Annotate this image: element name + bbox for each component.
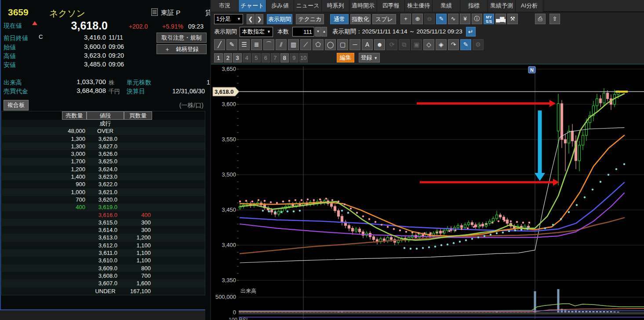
- wrench-icon[interactable]: ⚒: [507, 14, 518, 24]
- order-book-row[interactable]: 48,000OVER: [2, 127, 205, 135]
- order-book-row[interactable]: 1,4003,623.0: [2, 173, 205, 180]
- toolbar-button-テクニカル[interactable]: テクニカル: [296, 14, 324, 24]
- crosshair-icon[interactable]: +: [400, 14, 411, 24]
- draw-pencil-icon[interactable]: ✎: [436, 14, 447, 24]
- timeframe-select[interactable]: 1分足▼: [214, 14, 243, 24]
- chart-canvas[interactable]: 3,6503,6003,5503,5003,4503,4003,350出来高50…: [211, 65, 644, 320]
- speed-lines-icon[interactable]: ⟋: [300, 39, 311, 50]
- tab-四季報[interactable]: 四季報: [377, 0, 405, 12]
- text-tool-icon[interactable]: A: [362, 39, 373, 50]
- tab-歩み値[interactable]: 歩み値: [266, 0, 294, 12]
- undo-draw-icon[interactable]: ↷: [448, 39, 459, 50]
- order-book-row[interactable]: 1,7003,625.0: [2, 158, 205, 165]
- preset-button-10[interactable]: 10: [299, 53, 308, 63]
- order-book-row[interactable]: 3,608.0700: [2, 272, 205, 280]
- order-book-row[interactable]: 3,611.01,100: [2, 249, 205, 257]
- export-icon[interactable]: ⇧: [549, 14, 560, 24]
- preset-button-6[interactable]: 6: [262, 53, 270, 63]
- lower-band-dots: [568, 211, 570, 213]
- volume-bar: [411, 312, 414, 313]
- tab-ニュース[interactable]: ニュース: [294, 0, 322, 12]
- mountain-chart-icon[interactable]: ▄▆▄: [495, 14, 506, 24]
- order-book-row[interactable]: 1,0003,621.0: [2, 188, 205, 196]
- fib-lines-icon[interactable]: ☰: [239, 39, 250, 50]
- next-button[interactable]: ❯: [255, 14, 263, 24]
- order-book-row[interactable]: 3,613.01,200: [2, 234, 205, 241]
- pencil-tool-icon[interactable]: ✎: [226, 39, 237, 50]
- stamp-icon-tool[interactable]: ☻: [374, 39, 385, 50]
- order-book-row[interactable]: 3,614.0300: [2, 226, 205, 234]
- order-book-row[interactable]: 3,0003,626.0: [2, 150, 205, 158]
- tab-市況[interactable]: 市況: [211, 0, 239, 12]
- volume-bar: [524, 312, 526, 313]
- preset-button-8[interactable]: 8: [280, 53, 289, 63]
- eraser-tool-icon[interactable]: ◇: [423, 39, 434, 50]
- order-book-row[interactable]: 3,612.01,100: [2, 242, 205, 249]
- info-icon[interactable]: ⓘ: [472, 14, 482, 24]
- tab-株主優待[interactable]: 株主優待: [405, 0, 433, 12]
- pentagon-tool-icon[interactable]: ⬠: [313, 39, 324, 50]
- order-book-row[interactable]: 成行: [2, 120, 205, 127]
- order-book-row[interactable]: UNDER167,100: [2, 287, 205, 295]
- order-book-row[interactable]: 1,3003,628.0: [2, 135, 205, 143]
- fan-lines-icon[interactable]: ⫽: [276, 39, 287, 50]
- price-level: 3,627.0: [87, 143, 124, 150]
- toolbar-button-表示期間[interactable]: 表示期間: [267, 14, 292, 24]
- reset-range-button[interactable]: ↵: [466, 27, 476, 37]
- zoom-in-icon[interactable]: ⊕: [412, 14, 423, 24]
- order-book-row[interactable]: 3,616.0400: [2, 211, 205, 219]
- order-book-row[interactable]: 3,615.0300: [2, 219, 205, 226]
- yen-icon[interactable]: ¥: [460, 14, 470, 24]
- tab-業績予測[interactable]: 業績予測: [488, 0, 516, 12]
- preset-button-3[interactable]: 3: [233, 53, 242, 63]
- toolbar-button-指数化[interactable]: 指数化: [350, 14, 371, 24]
- toolbar-button-スプレッド[interactable]: スプレッド: [372, 14, 396, 24]
- preset-button-9[interactable]: 9: [290, 53, 298, 63]
- multi-lines-icon[interactable]: ≣: [251, 39, 262, 50]
- arc-tool-icon[interactable]: ⌒: [263, 39, 274, 50]
- tab-適時開示[interactable]: 適時開示: [349, 0, 377, 12]
- tab-指標[interactable]: 指標: [460, 0, 488, 12]
- order-book-row[interactable]: 1,3003,627.0: [2, 143, 205, 150]
- trendline-tool-icon[interactable]: ╱: [214, 39, 225, 50]
- tab-AI分析[interactable]: AI分析: [516, 0, 543, 12]
- toolbar-button-通常[interactable]: 通常: [330, 14, 349, 24]
- tab-業績[interactable]: 業績: [433, 0, 460, 12]
- chart-area[interactable]: 3,6503,6003,5503,5003,4503,4003,350出来高50…: [211, 65, 644, 320]
- lock-drawings-icon[interactable]: ✎: [460, 39, 471, 50]
- register-symbol-button[interactable]: ＋ 銘柄登録: [156, 44, 207, 54]
- rect-tool-icon[interactable]: ▢: [337, 39, 348, 50]
- order-book-row[interactable]: 3,607.01,600: [2, 280, 205, 287]
- vertical-lines-icon[interactable]: ▥: [288, 39, 299, 50]
- count-down-button[interactable]: ▼: [315, 27, 321, 37]
- preset-button-5[interactable]: 5: [252, 53, 261, 63]
- hline-tool-icon[interactable]: ─: [349, 39, 360, 50]
- edit-button[interactable]: 編集: [337, 53, 354, 63]
- order-book-row[interactable]: 1,2003,624.0: [2, 166, 205, 173]
- sell-quantity: 1,000: [62, 188, 87, 196]
- preset-button-4[interactable]: 4: [243, 53, 251, 63]
- print-icon[interactable]: ⎙: [535, 14, 546, 24]
- count-up-button[interactable]: ▲: [321, 27, 327, 37]
- preset-button-2[interactable]: 2: [224, 53, 233, 63]
- order-book-row[interactable]: 9003,622.0: [2, 180, 205, 188]
- order-book-row[interactable]: 4003,619.0: [2, 203, 205, 211]
- bar-count-input[interactable]: [292, 27, 314, 37]
- order-book-row[interactable]: 3,609.0800: [2, 265, 205, 272]
- candle-body: [475, 225, 477, 227]
- prev-button[interactable]: ❮: [247, 14, 255, 24]
- order-book-row[interactable]: 7003,620.0: [2, 196, 205, 203]
- eraser-all-tool-icon[interactable]: ◈: [436, 39, 447, 50]
- order-book-row[interactable]: 3,610.01,100: [2, 257, 205, 264]
- chart-pointer-icon[interactable]: ∿: [448, 14, 458, 24]
- my-indicator-icon[interactable]: MY⇅⇅: [484, 14, 494, 24]
- circle-tool-icon[interactable]: ◯: [325, 39, 336, 50]
- tab-チャート[interactable]: チャート: [239, 0, 266, 12]
- register-preset-button[interactable]: 登録 ▼: [359, 53, 380, 63]
- trade-caution-button[interactable]: 取引注意・規制: [156, 33, 207, 43]
- composite-board-button[interactable]: 複合板: [4, 100, 29, 110]
- preset-button-7[interactable]: 7: [271, 53, 280, 63]
- preset-button-1[interactable]: 1: [214, 53, 223, 63]
- period-mode-select[interactable]: 本数指定▼: [240, 27, 273, 37]
- tab-時系列[interactable]: 時系列: [322, 0, 349, 12]
